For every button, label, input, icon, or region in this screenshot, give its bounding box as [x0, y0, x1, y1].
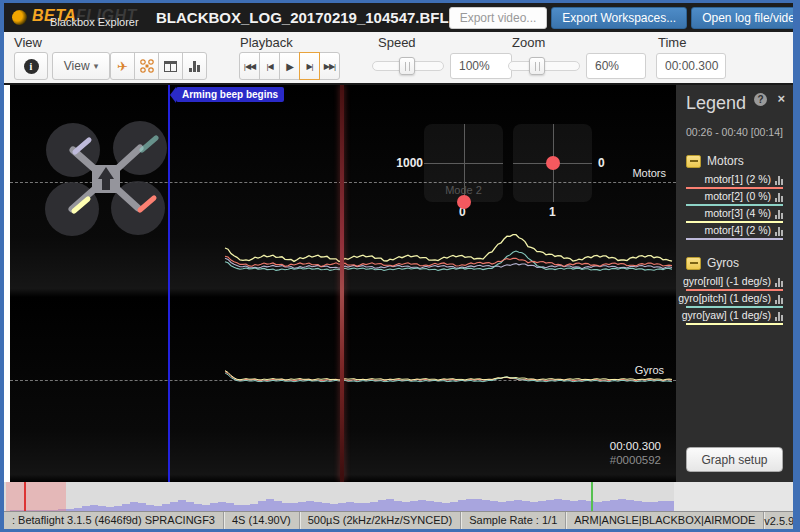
plane-view-button[interactable]: ✈: [110, 52, 135, 80]
speed-slider-handle[interactable]: [399, 57, 415, 75]
graph-setup-button[interactable]: Graph setup: [686, 447, 783, 472]
step-back-icon: |◀: [266, 62, 272, 71]
toolbar: View Playback Speed Zoom Time i View ▾ ✈: [4, 32, 793, 85]
legend-group-label: Motors: [707, 154, 744, 168]
bar-chart-icon[interactable]: [775, 312, 783, 321]
speed-label: Speed: [378, 35, 416, 50]
zoom-slider-handle[interactable]: [529, 57, 545, 75]
view-dropdown[interactable]: View ▾: [52, 52, 110, 80]
jump-to-start-button[interactable]: |◀◀: [239, 52, 260, 80]
main-area: Arming beep begins 1000 Mode 2 0 0 1 Mot…: [4, 85, 793, 482]
graph-canvas[interactable]: Arming beep begins 1000 Mode 2 0 0 1 Mot…: [10, 85, 676, 482]
playback-label: Playback: [240, 35, 293, 50]
bar-chart-icon[interactable]: [775, 227, 783, 236]
current-frame-readout: #0000592: [610, 454, 661, 466]
speed-input[interactable]: [450, 53, 512, 79]
status-segment: 4S (14.90V): [224, 512, 300, 529]
open-log-button[interactable]: Open log file/video: [691, 7, 800, 29]
collapse-icon[interactable]: [686, 155, 701, 168]
skip-end-icon: ▶▶|: [324, 62, 335, 71]
craft-view-button[interactable]: [134, 52, 159, 80]
speed-slider[interactable]: [372, 61, 444, 71]
legend-field-label: motor[1] (2 %): [704, 173, 771, 185]
bar-chart-icon: [189, 61, 200, 72]
legend-field[interactable]: motor[1] (2 %): [686, 172, 783, 189]
app-version: v2.5.9: [764, 515, 793, 527]
playback-controls: |◀◀ |◀ ▶ ▶| ▶▶|: [239, 52, 340, 80]
legend-field-label: gyro[yaw] (1 deg/s): [682, 309, 771, 321]
play-button[interactable]: ▶: [279, 52, 300, 80]
view-toggle-group: ✈: [110, 52, 207, 80]
event-badge: Arming beep begins: [176, 87, 284, 102]
time-input[interactable]: [656, 53, 726, 79]
zoom-label: Zoom: [512, 35, 545, 50]
skip-start-icon: |◀◀: [244, 62, 255, 71]
app-window: BETA FLIGHT Blackbox Explorer BLACKBOX_L…: [0, 0, 800, 532]
table-icon: [164, 61, 177, 72]
help-icon[interactable]: ?: [754, 93, 767, 106]
legend-field-label: motor[4] (2 %): [704, 224, 771, 236]
bar-chart-icon[interactable]: [775, 278, 783, 287]
close-icon[interactable]: ×: [777, 91, 785, 106]
view-dropdown-label: View: [64, 59, 90, 73]
legend-title: Legend: [686, 93, 783, 114]
status-bar: : Betaflight 3.1.5 (4646f9d) SPRACINGF34…: [4, 511, 793, 529]
event-marker-line: [168, 85, 170, 482]
sticks-view-button[interactable]: [182, 52, 207, 80]
collapse-icon[interactable]: [686, 257, 701, 270]
info-icon: i: [24, 59, 39, 74]
legend-field-label: motor[3] (4 %): [704, 207, 771, 219]
motors-graph-label: Motors: [632, 167, 666, 179]
seekbar-waveform: [10, 499, 674, 511]
legend-group-label: Gyros: [707, 256, 739, 270]
jump-to-end-button[interactable]: ▶▶|: [319, 52, 340, 80]
bar-chart-icon[interactable]: [775, 210, 783, 219]
log-filename: BLACKBOX_LOG_20170219_104547.BFL: [156, 9, 449, 26]
legend-field[interactable]: gyro[roll] (-1 deg/s): [686, 274, 783, 291]
bar-chart-icon[interactable]: [775, 193, 783, 202]
table-view-button[interactable]: [158, 52, 183, 80]
legend-field[interactable]: gyro[yaw] (1 deg/s): [686, 308, 783, 325]
seekbar-event-region: [6, 482, 66, 511]
zoom-input[interactable]: [586, 53, 646, 79]
status-segment: : Betaflight 3.1.5 (4646f9d) SPRACINGF3: [4, 512, 224, 529]
log-time-range: 00:26 - 00:40 [00:14]: [686, 126, 783, 138]
betaflight-logo: BETA FLIGHT Blackbox Explorer: [12, 3, 140, 32]
playback-cursor[interactable]: [340, 85, 344, 482]
current-time-readout: 00:00.300: [610, 440, 661, 452]
step-back-button[interactable]: |◀: [259, 52, 280, 80]
legend-panel: ? × Legend 00:26 - 00:40 [00:14] Motorsm…: [676, 85, 793, 482]
export-workspaces-button[interactable]: Export Workspaces...: [551, 7, 687, 29]
play-icon: ▶: [286, 61, 293, 72]
status-segment: 500µS (2kHz/2kHz/SYNCED): [300, 512, 462, 529]
legend-group-header[interactable]: Motors: [686, 154, 783, 168]
log-info-button[interactable]: i: [14, 52, 48, 80]
header-buttons: Export video... Export Workspaces... Ope…: [449, 7, 800, 29]
throttle-value-label: 1000: [395, 156, 423, 170]
seekbar-event-marker: [591, 482, 593, 511]
right-stick-box: [513, 124, 592, 202]
status-segment: ARM|ANGLE|BLACKBOX|AIRMODE: [566, 512, 764, 529]
right-stick-dot: [546, 156, 560, 170]
view-label: View: [14, 35, 42, 50]
seekbar[interactable]: [4, 482, 793, 511]
legend-field[interactable]: motor[4] (2 %): [686, 223, 783, 240]
export-video-button[interactable]: Export video...: [449, 7, 548, 29]
bar-chart-icon[interactable]: [775, 295, 783, 304]
zoom-slider[interactable]: [508, 61, 580, 71]
chevron-down-icon: ▾: [94, 61, 99, 71]
seekbar-cursor[interactable]: [24, 482, 26, 511]
plane-icon: ✈: [117, 59, 128, 74]
step-forward-button[interactable]: ▶|: [299, 52, 320, 80]
legend-group-header[interactable]: Gyros: [686, 256, 783, 270]
legend-field-label: gyro[roll] (-1 deg/s): [683, 275, 771, 287]
legend-field[interactable]: gyro[pitch] (1 deg/s): [686, 291, 783, 308]
gyros-graph-label: Gyros: [635, 364, 664, 376]
status-segment: Sample Rate : 1/1: [461, 512, 566, 529]
craft-icon: [140, 59, 154, 73]
legend-field-label: motor[2] (0 %): [704, 190, 771, 202]
legend-field[interactable]: motor[3] (4 %): [686, 206, 783, 223]
legend-field[interactable]: motor[2] (0 %): [686, 189, 783, 206]
bar-chart-icon[interactable]: [775, 176, 783, 185]
right-stick-bottom-label: 1: [549, 205, 556, 219]
